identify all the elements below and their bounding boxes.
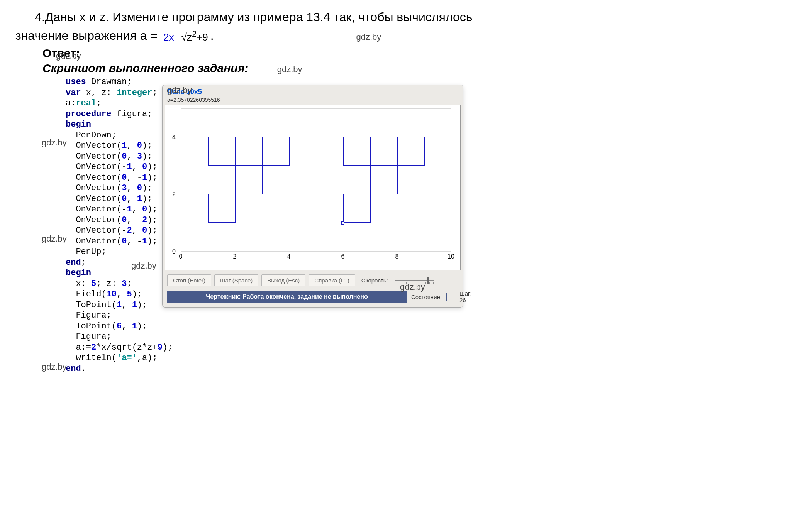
figura1-seg — [208, 137, 235, 138]
frac-num: 2x — [161, 31, 176, 43]
x-tick: 0 — [179, 253, 183, 260]
problem-statement: 4.Даны x и z. Измените программу из прим… — [35, 8, 797, 45]
figura1-seg — [208, 194, 209, 223]
watermark: gdz.by — [356, 32, 381, 42]
figura1-seg — [289, 137, 290, 166]
x-tick: 6 — [341, 253, 345, 260]
figura2-seg — [343, 137, 370, 138]
answer-label: Ответ: — [42, 47, 808, 60]
x-tick: 2 — [233, 253, 237, 260]
code-editor: gdz.by gdz.by gdz.by uses Drawman; var x… — [4, 77, 154, 374]
field-title: Поле 10x5 — [165, 87, 461, 97]
watermark: gdz.by — [131, 261, 156, 271]
problem-number: 4. — [35, 10, 45, 24]
figura2-seg — [397, 137, 398, 194]
status-message: Чертежник: Работа окончена, задание не в… — [167, 291, 407, 303]
figura2-seg — [370, 137, 371, 223]
y-tick: 0 — [172, 248, 176, 255]
watermark: gdz.by — [42, 138, 67, 148]
drawing-canvas: 0 2 4 6 8 10 0 2 4 — [165, 105, 461, 270]
watermark: gdz.by — [42, 362, 67, 372]
figura1-seg — [262, 137, 289, 138]
watermark: gdz.by — [167, 85, 192, 95]
watermark: gdz.by — [56, 51, 81, 61]
figura1-seg — [208, 194, 262, 195]
drawman-cursor — [341, 221, 344, 225]
y-tick: 2 — [172, 191, 176, 198]
problem-text2: значение выражения a = — [15, 29, 158, 42]
figura2-seg — [343, 194, 397, 195]
fraction: 2x √z2+9 — [161, 28, 210, 45]
help-button[interactable]: Справка (F1) — [309, 274, 355, 286]
frac-den: √z2+9 — [179, 31, 210, 43]
figura2-seg — [343, 165, 424, 166]
state-indicator-icon — [446, 293, 447, 301]
figura1-seg — [208, 222, 235, 223]
figura2-seg — [343, 222, 370, 223]
x-tick: 8 — [395, 253, 399, 260]
stop-button[interactable]: Стоп (Enter) — [167, 274, 211, 286]
step-count: Шаг: 26 — [459, 290, 472, 303]
step-button[interactable]: Шаг (Space) — [214, 274, 258, 286]
problem-text1: Даны x и z. Измените программу из пример… — [45, 10, 473, 24]
figura1-seg — [262, 137, 263, 194]
x-tick: 10 — [448, 253, 454, 260]
figura2-seg — [397, 137, 424, 138]
figura2-seg — [343, 194, 344, 223]
figura2-seg — [424, 137, 425, 166]
watermark: gdz.by — [42, 234, 67, 244]
figura1-seg — [208, 137, 209, 166]
exit-button[interactable]: Выход (Esc) — [261, 274, 305, 286]
figura2-seg — [343, 137, 344, 166]
drawman-window: Поле 10x5 a=2.35702260395516 — [162, 85, 463, 308]
figura1-seg — [235, 137, 236, 223]
state-label: Состояние: — [411, 294, 442, 300]
speed-slider[interactable] — [395, 277, 434, 284]
y-tick: 4 — [172, 134, 176, 141]
speed-label: Скорость: — [361, 277, 388, 284]
output-result: a=2.35702260395516 — [165, 97, 461, 105]
figura1-seg — [208, 165, 289, 166]
screenshot-label: Скриншот выполненного задания: — [42, 62, 248, 75]
x-tick: 4 — [287, 253, 291, 260]
watermark: gdz.by — [277, 64, 302, 74]
